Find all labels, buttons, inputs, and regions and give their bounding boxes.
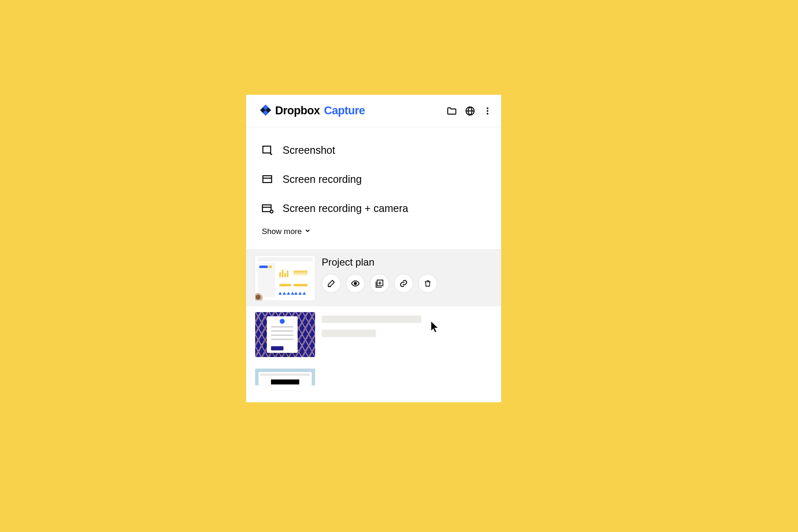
view-button[interactable] bbox=[346, 274, 365, 293]
option-label: Screen recording + camera bbox=[283, 202, 408, 214]
thumbnail bbox=[255, 369, 315, 385]
add-to-collection-button[interactable] bbox=[370, 274, 389, 293]
svg-point-6 bbox=[487, 113, 488, 114]
screen-recording-icon bbox=[261, 173, 273, 185]
svg-rect-9 bbox=[262, 205, 271, 212]
recent-list: Project plan bbox=[246, 249, 501, 385]
globe-icon[interactable] bbox=[465, 106, 475, 116]
placeholder-subtitle bbox=[322, 330, 376, 337]
svg-point-5 bbox=[487, 110, 488, 111]
option-screenshot[interactable]: Screenshot bbox=[261, 135, 490, 165]
brand: Dropbox Capture bbox=[259, 104, 446, 118]
more-vertical-icon[interactable] bbox=[483, 106, 492, 116]
recent-item[interactable] bbox=[246, 363, 501, 385]
option-screen-recording[interactable]: Screen recording bbox=[261, 165, 490, 194]
folder-icon[interactable] bbox=[446, 106, 457, 116]
dropbox-logo-icon bbox=[259, 104, 272, 118]
option-screen-recording-camera[interactable]: Screen recording + camera bbox=[261, 194, 490, 223]
placeholder-title bbox=[322, 315, 421, 323]
panel-header: Dropbox Capture bbox=[246, 95, 501, 127]
thumbnail bbox=[255, 312, 315, 357]
chevron-down-icon bbox=[304, 227, 311, 236]
screen-recording-camera-icon bbox=[261, 202, 273, 214]
capture-panel: Dropbox Capture bbox=[246, 95, 501, 402]
brand-main: Dropbox bbox=[275, 104, 320, 117]
item-title: Project plan bbox=[322, 256, 492, 268]
svg-rect-7 bbox=[263, 146, 271, 153]
copy-link-button[interactable] bbox=[394, 274, 413, 293]
edit-button[interactable] bbox=[322, 274, 341, 293]
delete-button[interactable] bbox=[418, 274, 437, 293]
recent-item-project-plan[interactable]: Project plan bbox=[246, 250, 501, 306]
capture-options: Screenshot Screen recording Screen recor… bbox=[246, 127, 501, 249]
screenshot-icon bbox=[261, 144, 273, 156]
option-label: Screen recording bbox=[283, 173, 362, 185]
option-label: Screenshot bbox=[283, 144, 335, 156]
thumbnail bbox=[255, 256, 315, 300]
recent-item[interactable] bbox=[246, 306, 501, 363]
show-more-button[interactable]: Show more bbox=[261, 223, 490, 244]
svg-point-4 bbox=[487, 107, 488, 109]
show-more-label: Show more bbox=[262, 227, 302, 236]
svg-point-10 bbox=[270, 210, 273, 213]
brand-sub: Capture bbox=[324, 104, 365, 117]
svg-point-11 bbox=[354, 282, 357, 285]
svg-rect-8 bbox=[263, 176, 272, 182]
item-actions bbox=[322, 274, 492, 293]
